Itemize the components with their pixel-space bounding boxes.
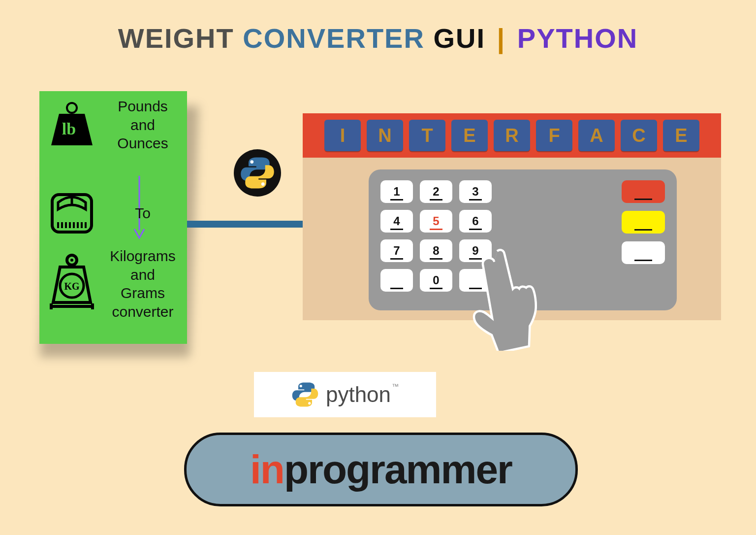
python-text-badge: python™ xyxy=(254,372,436,417)
keypad-key-8[interactable]: 8 xyxy=(420,239,452,262)
keypad-key-4[interactable]: 4 xyxy=(380,210,413,233)
interface-letter-tile: E xyxy=(451,120,488,151)
card-row-to: To xyxy=(39,188,182,239)
weight-kg-icon: KG xyxy=(47,253,96,314)
interface-letter-tile: N xyxy=(367,120,403,151)
interface-letter-tile: F xyxy=(536,120,572,151)
title-separator: | xyxy=(497,23,506,54)
title-word-python: PYTHON xyxy=(517,23,638,54)
keypad-key-blank[interactable] xyxy=(459,269,492,292)
card-text-kilograms: Kilograms and Grams converter xyxy=(103,247,182,321)
brand-rest: programmer xyxy=(284,446,512,493)
keypad-key-1[interactable]: 1 xyxy=(380,180,413,203)
scale-icon xyxy=(47,188,96,239)
svg-point-21 xyxy=(261,182,265,186)
card-row-pounds: lb Pounds and Ounces xyxy=(39,97,182,153)
page-title: WEIGHT CONVERTER GUI | PYTHON xyxy=(0,22,756,54)
keypad-key-blank[interactable] xyxy=(380,269,413,292)
keypad-key-7[interactable]: 7 xyxy=(380,239,413,262)
tm-mark: ™ xyxy=(392,382,399,390)
card-text-pounds: Pounds and Ounces xyxy=(103,97,182,153)
keypad-key-9[interactable]: 9 xyxy=(459,239,492,262)
conversion-card: lb Pounds and Ounces xyxy=(39,91,187,344)
side-key-yellow[interactable] xyxy=(622,211,665,234)
brand-prefix: in xyxy=(250,446,284,493)
svg-text:lb: lb xyxy=(62,120,76,138)
side-key-white[interactable] xyxy=(622,241,665,264)
interface-letter-tile: R xyxy=(494,120,530,151)
svg-point-22 xyxy=(300,385,302,387)
brand-pill: inprogrammer xyxy=(184,433,578,506)
keypad-key-3[interactable]: 3 xyxy=(459,180,492,203)
interface-letter-tile: E xyxy=(663,120,699,151)
side-key-red[interactable] xyxy=(622,180,665,203)
weight-lb-icon: lb xyxy=(47,99,96,150)
title-word-gui: GUI xyxy=(433,23,485,54)
keypad-side-column xyxy=(622,180,665,300)
keypad-key-6[interactable]: 6 xyxy=(459,210,492,233)
stage: WEIGHT CONVERTER GUI | PYTHON lb Pounds … xyxy=(0,0,756,535)
keypad-key-5[interactable]: 5 xyxy=(420,210,452,233)
keypad-key-2[interactable]: 2 xyxy=(420,180,452,203)
svg-text:KG: KG xyxy=(64,281,80,292)
interface-panel: INTERFACE 1234567890 xyxy=(303,113,721,320)
interface-letter-tile: C xyxy=(621,120,657,151)
interface-header: INTERFACE xyxy=(303,113,721,158)
interface-body: 1234567890 xyxy=(303,158,721,320)
python-label-text: python xyxy=(326,382,391,406)
interface-letter-tile: I xyxy=(324,120,361,151)
card-text-to: To xyxy=(103,204,182,223)
svg-point-13 xyxy=(70,259,73,262)
keypad-grid: 1234567890 xyxy=(380,180,492,300)
title-word-converter: CONVERTER xyxy=(243,23,425,54)
title-word-weight: WEIGHT xyxy=(118,23,234,54)
svg-point-20 xyxy=(250,160,253,164)
interface-letter-tile: A xyxy=(578,120,615,151)
interface-letter-tile: T xyxy=(409,120,445,151)
svg-point-23 xyxy=(308,402,311,404)
keypad: 1234567890 xyxy=(369,169,677,310)
python-logo-icon xyxy=(234,149,281,197)
keypad-key-0[interactable]: 0 xyxy=(420,269,452,292)
card-row-kilograms: KG Kilograms and Grams converter xyxy=(39,247,182,321)
python-logo-small-icon xyxy=(291,381,319,408)
